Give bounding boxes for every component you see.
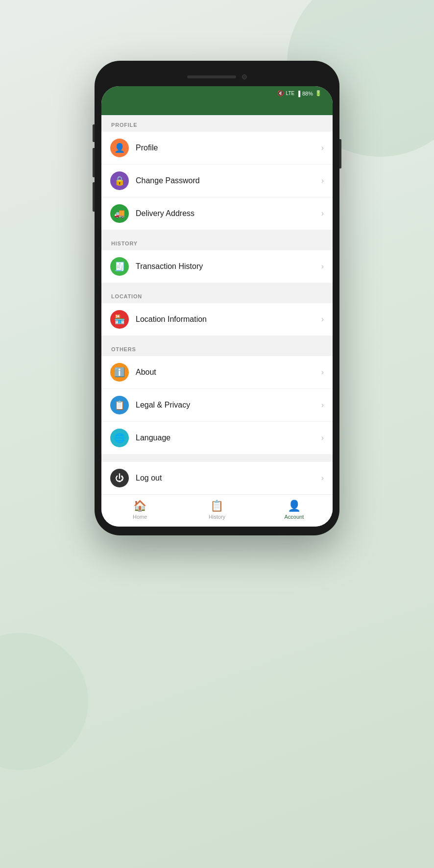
profile-icon: 👤 (110, 139, 129, 157)
lte-icon: LTE (286, 91, 295, 96)
screen-content: PROFILE👤Profile›🔒Change Password›🚚Delive… (101, 115, 333, 494)
signal-icon: ▐ (296, 91, 300, 96)
about-icon: ℹ️ (110, 363, 129, 382)
location-information-chevron: › (321, 315, 324, 324)
legal-privacy-icon: 📋 (110, 396, 129, 414)
volume-silent-button (93, 124, 95, 142)
status-bar: 🔇 LTE ▐ 88% 🔋 (101, 86, 333, 100)
menu-item-legal-privacy[interactable]: 📋Legal & Privacy› (101, 389, 333, 422)
menu-item-about[interactable]: ℹ️About› (101, 356, 333, 389)
battery-icon: 🔋 (315, 90, 322, 96)
section-label-profile: PROFILE (101, 115, 333, 132)
transaction-history-icon: 🧾 (110, 257, 129, 276)
nav-label-home: Home (133, 514, 147, 520)
menu-item-logout[interactable]: ⏻Log out› (101, 462, 333, 494)
menu-group-1: 🧾Transaction History› (101, 250, 333, 283)
nav-item-home[interactable]: 🏠Home (101, 500, 178, 520)
change-password-icon: 🔒 (110, 171, 129, 190)
battery-text: 88% (302, 91, 313, 96)
app-header (101, 100, 333, 115)
change-password-label: Change Password (136, 176, 321, 185)
nav-label-history: History (209, 514, 225, 520)
transaction-history-chevron: › (321, 262, 324, 271)
delivery-address-icon: 🚚 (110, 204, 129, 223)
language-icon: 🌐 (110, 429, 129, 447)
legal-privacy-label: Legal & Privacy (136, 401, 321, 410)
menu-group-0: 👤Profile›🔒Change Password›🚚Delivery Addr… (101, 132, 333, 230)
delivery-address-chevron: › (321, 209, 324, 218)
section-label-location: LOCATION (101, 287, 333, 303)
delivery-address-label: Delivery Address (136, 209, 321, 218)
nav-label-account: Account (284, 514, 304, 520)
phone-screen: 🔇 LTE ▐ 88% 🔋 PROFILE👤Profile›🔒Change Pa… (101, 86, 333, 527)
about-chevron: › (321, 368, 324, 377)
speaker-grille (187, 75, 236, 78)
language-label: Language (136, 434, 321, 442)
language-chevron: › (321, 434, 324, 442)
volume-up-button (93, 148, 95, 177)
nav-item-history[interactable]: 📋History (178, 500, 255, 520)
section-label-others: OTHERS (101, 339, 333, 356)
location-information-icon: 🏪 (110, 310, 129, 329)
phone-notch (101, 70, 333, 84)
nav-item-account[interactable]: 👤Account (256, 500, 333, 520)
section-label-history: HISTORY (101, 234, 333, 250)
logout-icon: ⏻ (110, 469, 129, 487)
nav-icon-home: 🏠 (133, 500, 146, 512)
menu-item-language[interactable]: 🌐Language› (101, 422, 333, 454)
status-icons: 🔇 LTE ▐ 88% 🔋 (277, 90, 322, 96)
menu-group-2: 🏪Location Information› (101, 303, 333, 336)
menu-item-location-information[interactable]: 🏪Location Information› (101, 303, 333, 336)
logout-chevron: › (321, 474, 324, 482)
menu-group-4: ⏻Log out› (101, 462, 333, 494)
logout-label: Log out (136, 474, 321, 482)
profile-chevron: › (321, 144, 324, 152)
front-camera (242, 74, 247, 79)
change-password-chevron: › (321, 176, 324, 185)
menu-item-change-password[interactable]: 🔒Change Password› (101, 165, 333, 197)
menu-item-transaction-history[interactable]: 🧾Transaction History› (101, 250, 333, 283)
mute-icon: 🔇 (277, 90, 284, 96)
location-information-label: Location Information (136, 315, 321, 324)
profile-label: Profile (136, 144, 321, 152)
menu-item-profile[interactable]: 👤Profile› (101, 132, 333, 165)
power-button (339, 139, 341, 169)
volume-down-button (93, 182, 95, 212)
about-label: About (136, 368, 321, 377)
phone-frame: 🔇 LTE ▐ 88% 🔋 PROFILE👤Profile›🔒Change Pa… (95, 61, 339, 535)
menu-group-3: ℹ️About›📋Legal & Privacy›🌐Language› (101, 356, 333, 454)
nav-icon-account: 👤 (288, 500, 301, 512)
legal-privacy-chevron: › (321, 401, 324, 410)
bottom-nav: 🏠Home📋History👤Account (101, 494, 333, 527)
transaction-history-label: Transaction History (136, 262, 321, 271)
nav-icon-history: 📋 (210, 500, 223, 512)
menu-item-delivery-address[interactable]: 🚚Delivery Address› (101, 197, 333, 230)
